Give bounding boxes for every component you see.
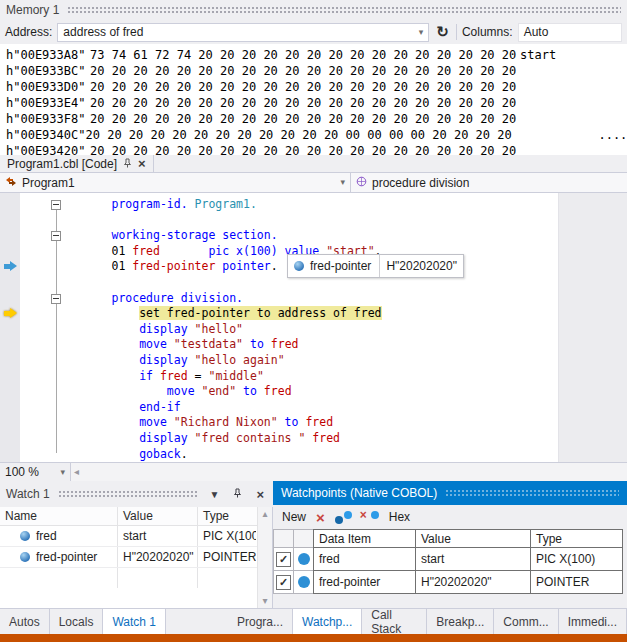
new-watchpoint-button[interactable]: New bbox=[282, 510, 306, 524]
datatip[interactable]: fred-pointer H"20202020" bbox=[287, 254, 464, 278]
address-combobox[interactable]: address of fred ▾ bbox=[57, 23, 429, 42]
memory-address: h"00E9340C" bbox=[6, 127, 85, 143]
memory-row: h"00E933A8"73 74 61 72 74 20 20 20 20 20… bbox=[6, 47, 627, 63]
tab-title: Program1.cbl [Code] bbox=[7, 157, 117, 171]
window-menu-icon[interactable]: ▼ bbox=[207, 489, 223, 500]
watchpoint-row[interactable]: ✓fred-pointerH"20202020"POINTER bbox=[273, 571, 627, 594]
memory-title: Memory 1 bbox=[6, 3, 59, 17]
datatip-name: fred-pointer bbox=[304, 259, 379, 273]
types-value: Program1 bbox=[22, 176, 335, 190]
memory-title-bar[interactable]: Memory 1 bbox=[0, 0, 627, 20]
tab-callstack[interactable]: Call Stack bbox=[362, 609, 427, 634]
fold-box-icon[interactable] bbox=[51, 294, 61, 304]
watchpoints-title: Watchpoints (Native COBOL) bbox=[281, 486, 437, 500]
tab-program1-cbl[interactable]: Program1.cbl [Code] × bbox=[0, 155, 154, 172]
hex-toggle-button[interactable]: Hex bbox=[389, 510, 410, 524]
members-combobox[interactable]: procedure division bbox=[351, 173, 627, 192]
columns-value: Auto bbox=[524, 25, 549, 39]
column-header-data-item[interactable]: Data Item bbox=[313, 529, 415, 548]
column-header-type[interactable]: Type bbox=[530, 529, 623, 548]
watchpoint-dot-cell bbox=[293, 548, 313, 571]
tab-comm[interactable]: Comm... bbox=[494, 609, 558, 634]
editor-navigation-bar: Program1 ▾ procedure division bbox=[0, 172, 627, 193]
tool-tab-group: Progra...Watchp...Call StackBreakp...Com… bbox=[228, 609, 627, 634]
tab-breakp[interactable]: Breakp... bbox=[427, 609, 494, 634]
watchpoint-enabled-icon bbox=[298, 576, 310, 588]
fold-rail bbox=[56, 205, 57, 453]
tab-progra[interactable]: Progra... bbox=[228, 609, 293, 634]
watch-header: Name Value Type bbox=[0, 507, 272, 526]
column-header-value[interactable]: Value bbox=[118, 507, 198, 525]
tab-watchp[interactable]: Watchp... bbox=[293, 609, 362, 634]
pin-icon[interactable] bbox=[123, 157, 132, 171]
refresh-button[interactable]: ↻ bbox=[434, 24, 451, 40]
code-line: move "end" to fred bbox=[63, 384, 382, 400]
code-line: set fred-pointer to address of fred bbox=[63, 306, 382, 322]
delete-watchpoint-icon[interactable]: × bbox=[316, 510, 325, 525]
watchpoint-rows: ✓fredstartPIC X(100)✓fred-pointerH"20202… bbox=[273, 548, 627, 594]
watchpoint-checkbox[interactable]: ✓ bbox=[276, 552, 291, 567]
watchpoint-value: H"20202020" bbox=[415, 571, 530, 594]
watch-row[interactable]: fredstartPIC X(100) bbox=[0, 526, 272, 547]
scroll-down-icon[interactable]: ▾ bbox=[262, 596, 267, 606]
memory-address: h"00E933BC" bbox=[6, 63, 90, 79]
watchpoints-title-bar[interactable]: Watchpoints (Native COBOL) bbox=[273, 481, 627, 505]
memory-row: h"00E933F8"20 20 20 20 20 20 20 20 20 20… bbox=[6, 111, 627, 127]
columns-combobox[interactable]: Auto bbox=[518, 23, 622, 42]
code-line: goback. bbox=[63, 447, 382, 463]
editor-zoom-bar: 100 % ▾ ◂ bbox=[0, 462, 627, 481]
column-header-value[interactable]: Value bbox=[415, 529, 530, 548]
pin-icon[interactable] bbox=[230, 488, 245, 500]
watch-rows: fredstartPIC X(100)fred-pointerH"2020202… bbox=[0, 526, 272, 568]
vertical-scrollbar[interactable]: ▴ ▾ bbox=[257, 507, 272, 608]
watch-title-bar[interactable]: Watch 1 ▼ × bbox=[0, 481, 273, 507]
memory-rows[interactable]: h"00E933A8"73 74 61 72 74 20 20 20 20 20… bbox=[0, 44, 627, 158]
memory-hex-bytes: 20 20 20 20 20 20 20 20 20 20 20 20 20 2… bbox=[90, 63, 520, 79]
disable-all-watchpoints-icon[interactable]: × bbox=[362, 511, 379, 524]
zoom-combobox[interactable]: 100 % ▾ bbox=[0, 463, 71, 481]
code-line: display "hello" bbox=[63, 322, 382, 338]
tab-autos[interactable]: Autos bbox=[0, 609, 50, 634]
code-line: working-storage section. bbox=[63, 228, 382, 244]
tab-watch1[interactable]: Watch 1 bbox=[103, 609, 166, 634]
watchpoints-grid: Data Item Value Type ✓fredstartPIC X(100… bbox=[273, 529, 627, 608]
chevron-down-icon: ▾ bbox=[60, 468, 65, 477]
fold-box-icon[interactable] bbox=[51, 231, 61, 241]
close-icon[interactable]: × bbox=[138, 157, 146, 170]
scroll-left-icon[interactable]: ◂ bbox=[74, 467, 79, 477]
memory-row: h"00E933BC"20 20 20 20 20 20 20 20 20 20… bbox=[6, 63, 627, 79]
title-grip bbox=[445, 489, 619, 497]
watchpoint-enabled-icon bbox=[298, 553, 310, 565]
watchpoint-checkbox[interactable]: ✓ bbox=[276, 575, 291, 590]
code-line: move "testdata" to fred bbox=[63, 337, 382, 353]
memory-row: h"00E9340C"20 20 20 20 20 20 20 20 20 20… bbox=[6, 127, 627, 143]
types-combobox[interactable]: Program1 ▾ bbox=[0, 173, 351, 192]
code-line: move "Richard Nixon" to fred bbox=[63, 415, 382, 431]
horizontal-scrollbar[interactable]: ◂ bbox=[71, 463, 627, 481]
fold-box-icon[interactable] bbox=[51, 200, 61, 210]
code-lines: program-id. Program1. working-storage se… bbox=[63, 197, 382, 462]
title-grip bbox=[67, 6, 621, 14]
code-line: procedure division. bbox=[63, 291, 382, 307]
memory-toolbar: Address: address of fred ▾ ↻ Columns: Au… bbox=[0, 20, 627, 44]
close-icon[interactable]: × bbox=[253, 487, 267, 502]
column-header-type[interactable]: Type bbox=[198, 507, 256, 525]
tab-immedi[interactable]: Immedi... bbox=[559, 609, 627, 634]
watchpoint-dot-cell bbox=[293, 571, 313, 594]
column-header-name[interactable]: Name bbox=[0, 507, 118, 525]
watchpoint-row[interactable]: ✓fredstartPIC X(100) bbox=[273, 548, 627, 571]
chevron-down-icon[interactable]: ▾ bbox=[419, 28, 424, 37]
watchpoint-check-cell: ✓ bbox=[273, 571, 293, 594]
vs-debug-window: Memory 1 Address: address of fred ▾ ↻ Co… bbox=[0, 0, 627, 642]
code-area[interactable]: program-id. Program1. working-storage se… bbox=[0, 193, 627, 462]
watch-row[interactable]: fred-pointerH"20202020"POINTER bbox=[0, 547, 272, 568]
code-line: end-if bbox=[63, 400, 382, 416]
method-icon bbox=[356, 176, 367, 190]
breakpoint-margin[interactable] bbox=[0, 193, 20, 462]
scroll-up-icon[interactable]: ▴ bbox=[262, 509, 267, 519]
tab-locals[interactable]: Locals bbox=[50, 609, 104, 634]
watchpoint-type: PIC X(100) bbox=[530, 548, 623, 571]
enable-all-watchpoints-icon[interactable] bbox=[335, 511, 352, 524]
bottom-tab-bar: AutosLocalsWatch 1 Progra...Watchp...Cal… bbox=[0, 608, 627, 634]
memory-panel: Memory 1 Address: address of fred ▾ ↻ Co… bbox=[0, 0, 627, 155]
